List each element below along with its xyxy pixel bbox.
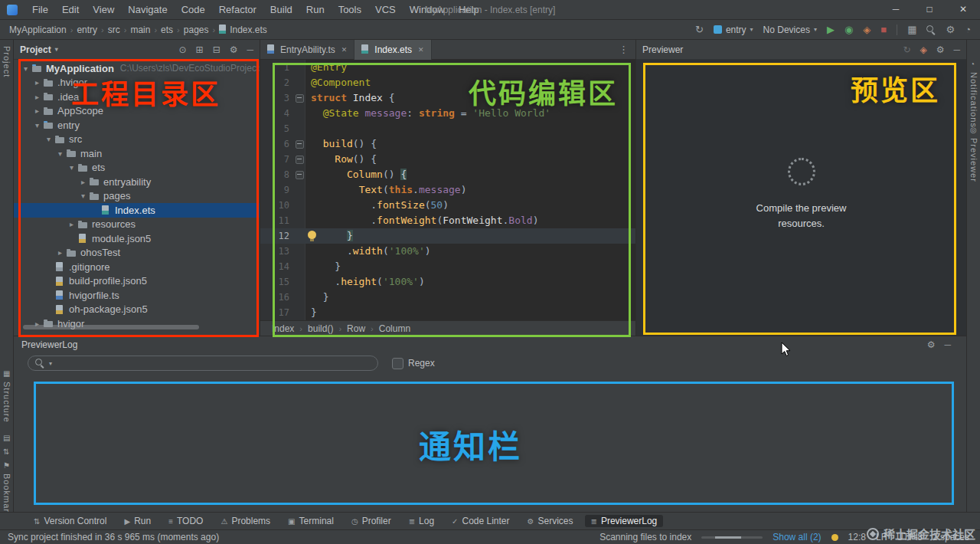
breadcrumb-src[interactable]: src [108,25,120,35]
code-line-10[interactable]: 10 .fontSize(50) [260,198,635,213]
log-search-box[interactable]: ▾ [28,356,378,371]
fold-icon[interactable] [294,90,305,106]
tree-item-build-profile-json5[interactable]: build-profile.json5 [14,274,260,289]
structure-icon[interactable]: ▦ [3,369,10,378]
search-everywhere-icon[interactable] [926,25,936,34]
editor-breadcrumb-build[interactable]: build() [305,323,335,334]
search-input[interactable] [57,357,371,369]
code-line-5[interactable]: 5 [260,121,635,136]
tree-item-hvigorfile-ts[interactable]: hvigorfile.ts [14,288,260,303]
bookmark-icon[interactable]: ⚑ [3,461,10,470]
chevron-right-icon[interactable]: ▸ [31,93,43,101]
sort-icon[interactable]: ⇅ [3,447,9,456]
menu-edit[interactable]: Edit [55,0,86,19]
close-tab-icon[interactable]: ✕ [341,46,348,54]
menu-navigate[interactable]: Navigate [121,0,174,19]
menu-tools[interactable]: Tools [332,0,368,19]
menu-build[interactable]: Build [263,0,299,19]
code-line-13[interactable]: 13 .width('100%') [260,244,635,259]
chevron-right-icon[interactable]: ▸ [66,220,77,228]
fold-icon[interactable] [294,152,305,167]
breadcrumb-pages[interactable]: pages [184,25,209,35]
settings-gear-icon[interactable]: ⚙ [946,20,955,40]
indent-widget[interactable]: 2 spaces [933,532,969,542]
run-config-selector[interactable]: entry ▾ [714,25,753,35]
tree-item-main[interactable]: ▾main [14,146,260,161]
code-line-4[interactable]: 4 @State message: string = 'Hello World' [260,106,635,121]
menu-code[interactable]: Code [175,0,212,19]
toolwindow-button-problems[interactable]: ⚠Problems [214,515,276,527]
chevron-right-icon[interactable]: ▸ [54,248,66,257]
project-view-selector[interactable]: Project ▾ [20,44,58,55]
minimize-button[interactable]: ─ [879,0,913,19]
chevron-down-icon[interactable]: ▾ [77,192,89,200]
code-line-15[interactable]: 15 .height('100%') [260,274,635,290]
menu-vcs[interactable]: VCS [368,0,403,19]
tree-item-entry[interactable]: ▾entry [14,118,260,133]
notifications-icon[interactable]: ◔ [965,20,971,40]
toolwindow-button-todo[interactable]: ≡TODO [162,515,209,527]
editor-tab-index-ets[interactable]: Index.ets✕ [354,40,431,60]
chevron-down-icon[interactable]: ▾ [20,64,31,73]
fold-icon[interactable] [294,167,305,182]
tree-item-resources[interactable]: ▸resources [14,218,260,232]
breadcrumb-myapplication[interactable]: MyApplication [9,25,67,35]
editor-breadcrumb-column[interactable]: Column [377,323,413,334]
stripe-previewer-button[interactable]: Previewer [969,138,978,182]
toolwindow-button-version-control[interactable]: ⇅Version Control [28,515,113,527]
breadcrumb-entry[interactable]: entry [77,25,97,35]
stripe-structure-button[interactable]: Structure [2,382,11,423]
status-warning-dot-icon[interactable] [831,534,838,541]
code-line-9[interactable]: 9 Text(this.message) [260,182,635,198]
code-line-16[interactable]: 16 } [260,290,635,305]
show-all-link[interactable]: Show all (2) [773,532,821,542]
toolwindow-button-log[interactable]: ≣Log [403,515,440,527]
debug-button[interactable]: ◉ [844,20,853,40]
profiler-button[interactable]: ◈ [863,20,871,40]
chevron-right-icon[interactable]: ▸ [31,78,43,87]
layers-icon[interactable]: ▤ [3,434,10,442]
inspect-icon[interactable]: ◈ [920,44,926,55]
code-editor[interactable]: 1@Entry2@Component3struct Index {4 @Stat… [260,60,635,320]
tree-item-hvigor[interactable]: ▸.hvigor [14,76,260,90]
menu-view[interactable]: View [86,0,121,19]
code-line-12[interactable]: 12 } [260,228,635,244]
breadcrumb-index-ets[interactable]: Index.ets [230,25,267,35]
code-line-3[interactable]: 3struct Index { [260,90,635,106]
tree-item-idea[interactable]: ▸.idea [14,90,260,104]
tree-item-ohostest[interactable]: ▸ohosTest [14,246,260,261]
menu-refactor[interactable]: Refactor [212,0,263,19]
bell-icon[interactable]: ◔ [970,60,975,68]
code-line-14[interactable]: 14 } [260,259,635,274]
collapse-all-icon[interactable]: ⊟ [213,44,220,55]
panel-settings-icon[interactable]: ⚙ [936,44,945,55]
search-options-icon[interactable]: ▾ [49,360,52,367]
locate-file-icon[interactable]: ⊙ [179,44,187,55]
expand-all-icon[interactable]: ⊞ [196,44,204,55]
caret-position-widget[interactable]: 12:8 [848,532,866,542]
regex-checkbox[interactable]: Regex [392,358,435,369]
tree-item-oh-package-json5[interactable]: oh-package.json5 [14,303,260,317]
intention-bulb-icon[interactable] [308,231,316,241]
breadcrumb-main[interactable]: main [130,25,150,35]
fold-icon[interactable] [294,136,305,152]
maximize-button[interactable]: □ [913,0,946,19]
tree-item-entryability[interactable]: ▸entryability [14,175,260,189]
panel-settings-icon[interactable]: ⚙ [230,44,238,55]
tree-item-pages[interactable]: ▾pages [14,189,260,204]
tree-item-gitignore[interactable]: .gitignore [14,260,260,274]
hide-panel-icon[interactable]: ─ [247,44,253,55]
toolwindow-button-profiler[interactable]: ◷Profiler [345,515,397,527]
tree-item-myapplication[interactable]: ▾MyApplicationC:\Users\zls\DevEcoStudioP… [14,61,260,76]
code-line-1[interactable]: 1@Entry [260,60,635,75]
chevron-down-icon[interactable]: ▾ [43,135,54,143]
toolwindow-button-terminal[interactable]: ▣Terminal [282,515,340,527]
close-button[interactable]: ✕ [946,0,980,19]
sync-project-icon[interactable]: ↻ [695,20,704,40]
hide-panel-icon[interactable]: ─ [944,339,951,350]
eye-icon[interactable]: ◎ [970,126,977,134]
breadcrumb-ets[interactable]: ets [161,25,173,35]
chevron-right-icon[interactable]: ▸ [31,107,43,115]
editor-tab-entryability-ts[interactable]: EntryAbility.ts✕ [260,40,354,60]
tab-options-icon[interactable]: ⋮ [612,44,635,55]
